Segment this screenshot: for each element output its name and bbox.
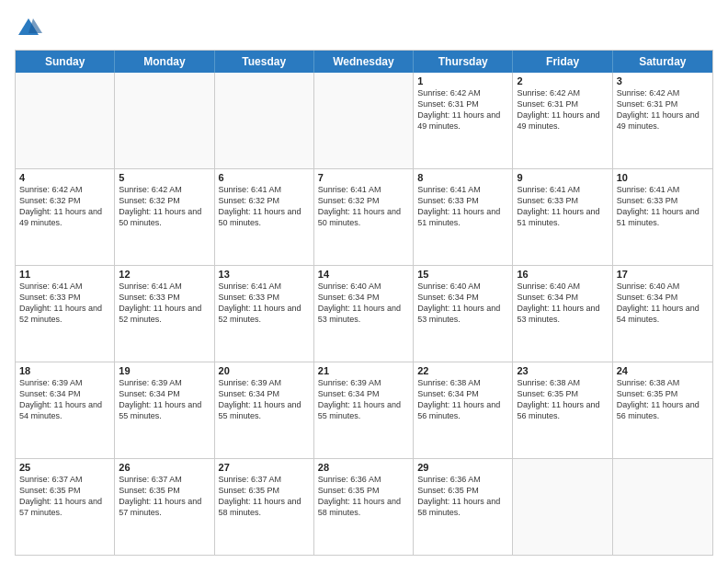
calendar-empty-cell — [314, 73, 414, 168]
day-number: 12 — [119, 269, 210, 280]
day-header-wednesday: Wednesday — [314, 51, 414, 73]
day-number: 26 — [119, 462, 210, 473]
day-info-text: Sunrise: 6:39 AM Sunset: 6:34 PM Dayligh… — [318, 377, 409, 422]
day-header-thursday: Thursday — [414, 51, 513, 73]
day-number: 9 — [517, 172, 608, 183]
calendar-empty-cell — [215, 73, 314, 168]
day-info-text: Sunrise: 6:42 AM Sunset: 6:31 PM Dayligh… — [417, 87, 508, 132]
calendar-day-19: 19Sunrise: 6:39 AM Sunset: 6:34 PM Dayli… — [115, 362, 214, 458]
day-number: 17 — [617, 269, 709, 280]
calendar-day-18: 18Sunrise: 6:39 AM Sunset: 6:34 PM Dayli… — [16, 362, 115, 458]
day-info-text: Sunrise: 6:41 AM Sunset: 6:33 PM Dayligh… — [617, 184, 709, 229]
calendar-header-row: SundayMondayTuesdayWednesdayThursdayFrid… — [16, 51, 712, 73]
day-number: 16 — [517, 269, 608, 280]
day-info-text: Sunrise: 6:41 AM Sunset: 6:33 PM Dayligh… — [219, 281, 310, 326]
day-header-friday: Friday — [513, 51, 612, 73]
page: SundayMondayTuesdayWednesdayThursdayFrid… — [0, 0, 728, 563]
day-number: 27 — [219, 462, 310, 473]
calendar-day-2: 2Sunrise: 6:42 AM Sunset: 6:31 PM Daylig… — [513, 73, 612, 168]
calendar-day-25: 25Sunrise: 6:37 AM Sunset: 6:35 PM Dayli… — [16, 459, 115, 555]
header — [15, 15, 713, 42]
day-number: 15 — [417, 269, 508, 280]
calendar-day-28: 28Sunrise: 6:36 AM Sunset: 6:35 PM Dayli… — [314, 459, 414, 555]
day-number: 10 — [617, 172, 709, 183]
calendar-day-27: 27Sunrise: 6:37 AM Sunset: 6:35 PM Dayli… — [215, 459, 314, 555]
calendar-day-10: 10Sunrise: 6:41 AM Sunset: 6:33 PM Dayli… — [613, 169, 712, 265]
day-number: 8 — [417, 172, 508, 183]
calendar-day-26: 26Sunrise: 6:37 AM Sunset: 6:35 PM Dayli… — [115, 459, 214, 555]
day-info-text: Sunrise: 6:42 AM Sunset: 6:31 PM Dayligh… — [617, 87, 709, 132]
day-info-text: Sunrise: 6:40 AM Sunset: 6:34 PM Dayligh… — [617, 281, 709, 326]
day-info-text: Sunrise: 6:41 AM Sunset: 6:32 PM Dayligh… — [318, 184, 409, 229]
day-number: 28 — [318, 462, 409, 473]
calendar-day-20: 20Sunrise: 6:39 AM Sunset: 6:34 PM Dayli… — [215, 362, 314, 458]
calendar-week-1: 1Sunrise: 6:42 AM Sunset: 6:31 PM Daylig… — [16, 73, 712, 169]
calendar-empty-cell — [513, 459, 612, 555]
calendar-week-4: 18Sunrise: 6:39 AM Sunset: 6:34 PM Dayli… — [16, 362, 712, 459]
day-info-text: Sunrise: 6:41 AM Sunset: 6:33 PM Dayligh… — [19, 281, 110, 326]
calendar-day-3: 3Sunrise: 6:42 AM Sunset: 6:31 PM Daylig… — [613, 73, 712, 168]
day-number: 21 — [318, 365, 409, 376]
day-info-text: Sunrise: 6:36 AM Sunset: 6:35 PM Dayligh… — [417, 474, 508, 519]
calendar-day-22: 22Sunrise: 6:38 AM Sunset: 6:34 PM Dayli… — [414, 362, 513, 458]
day-info-text: Sunrise: 6:41 AM Sunset: 6:33 PM Dayligh… — [119, 281, 210, 326]
day-info-text: Sunrise: 6:42 AM Sunset: 6:32 PM Dayligh… — [119, 184, 210, 229]
day-number: 24 — [617, 365, 709, 376]
calendar-day-7: 7Sunrise: 6:41 AM Sunset: 6:32 PM Daylig… — [314, 169, 414, 265]
day-number: 22 — [417, 365, 508, 376]
calendar-empty-cell — [16, 73, 115, 168]
day-number: 6 — [219, 172, 310, 183]
calendar-day-1: 1Sunrise: 6:42 AM Sunset: 6:31 PM Daylig… — [414, 73, 513, 168]
calendar-day-9: 9Sunrise: 6:41 AM Sunset: 6:33 PM Daylig… — [513, 169, 612, 265]
day-number: 4 — [19, 172, 110, 183]
day-info-text: Sunrise: 6:39 AM Sunset: 6:34 PM Dayligh… — [219, 377, 310, 422]
day-info-text: Sunrise: 6:41 AM Sunset: 6:33 PM Dayligh… — [417, 184, 508, 229]
day-number: 13 — [219, 269, 310, 280]
logo-icon — [15, 15, 42, 42]
day-info-text: Sunrise: 6:41 AM Sunset: 6:33 PM Dayligh… — [517, 184, 608, 229]
calendar-week-2: 4Sunrise: 6:42 AM Sunset: 6:32 PM Daylig… — [16, 169, 712, 266]
day-info-text: Sunrise: 6:41 AM Sunset: 6:32 PM Dayligh… — [219, 184, 310, 229]
calendar-day-24: 24Sunrise: 6:38 AM Sunset: 6:35 PM Dayli… — [613, 362, 712, 458]
calendar-day-11: 11Sunrise: 6:41 AM Sunset: 6:33 PM Dayli… — [16, 266, 115, 362]
day-info-text: Sunrise: 6:40 AM Sunset: 6:34 PM Dayligh… — [318, 281, 409, 326]
day-info-text: Sunrise: 6:38 AM Sunset: 6:35 PM Dayligh… — [617, 377, 709, 422]
day-number: 18 — [19, 365, 110, 376]
day-header-monday: Monday — [115, 51, 214, 73]
calendar-empty-cell — [115, 73, 214, 168]
calendar-day-5: 5Sunrise: 6:42 AM Sunset: 6:32 PM Daylig… — [115, 169, 214, 265]
day-info-text: Sunrise: 6:42 AM Sunset: 6:31 PM Dayligh… — [517, 87, 608, 132]
calendar-day-15: 15Sunrise: 6:40 AM Sunset: 6:34 PM Dayli… — [414, 266, 513, 362]
day-number: 5 — [119, 172, 210, 183]
calendar-day-6: 6Sunrise: 6:41 AM Sunset: 6:32 PM Daylig… — [215, 169, 314, 265]
calendar-week-5: 25Sunrise: 6:37 AM Sunset: 6:35 PM Dayli… — [16, 459, 712, 555]
calendar-day-21: 21Sunrise: 6:39 AM Sunset: 6:34 PM Dayli… — [314, 362, 414, 458]
logo — [15, 15, 46, 42]
day-header-sunday: Sunday — [16, 51, 115, 73]
day-info-text: Sunrise: 6:38 AM Sunset: 6:34 PM Dayligh… — [417, 377, 508, 422]
day-info-text: Sunrise: 6:37 AM Sunset: 6:35 PM Dayligh… — [219, 474, 310, 519]
calendar-day-12: 12Sunrise: 6:41 AM Sunset: 6:33 PM Dayli… — [115, 266, 214, 362]
calendar-day-14: 14Sunrise: 6:40 AM Sunset: 6:34 PM Dayli… — [314, 266, 414, 362]
calendar-day-4: 4Sunrise: 6:42 AM Sunset: 6:32 PM Daylig… — [16, 169, 115, 265]
day-info-text: Sunrise: 6:39 AM Sunset: 6:34 PM Dayligh… — [119, 377, 210, 422]
day-number: 2 — [517, 75, 608, 86]
day-number: 20 — [219, 365, 310, 376]
calendar-day-23: 23Sunrise: 6:38 AM Sunset: 6:35 PM Dayli… — [513, 362, 612, 458]
day-info-text: Sunrise: 6:37 AM Sunset: 6:35 PM Dayligh… — [19, 474, 110, 519]
calendar-day-17: 17Sunrise: 6:40 AM Sunset: 6:34 PM Dayli… — [613, 266, 712, 362]
calendar-week-3: 11Sunrise: 6:41 AM Sunset: 6:33 PM Dayli… — [16, 266, 712, 362]
day-info-text: Sunrise: 6:36 AM Sunset: 6:35 PM Dayligh… — [318, 474, 409, 519]
day-number: 14 — [318, 269, 409, 280]
day-header-tuesday: Tuesday — [215, 51, 314, 73]
day-number: 1 — [417, 75, 508, 86]
day-info-text: Sunrise: 6:37 AM Sunset: 6:35 PM Dayligh… — [119, 474, 210, 519]
calendar-empty-cell — [613, 459, 712, 555]
calendar: SundayMondayTuesdayWednesdayThursdayFrid… — [15, 50, 713, 556]
calendar-day-13: 13Sunrise: 6:41 AM Sunset: 6:33 PM Dayli… — [215, 266, 314, 362]
day-info-text: Sunrise: 6:38 AM Sunset: 6:35 PM Dayligh… — [517, 377, 608, 422]
day-info-text: Sunrise: 6:42 AM Sunset: 6:32 PM Dayligh… — [19, 184, 110, 229]
day-number: 3 — [617, 75, 709, 86]
calendar-day-8: 8Sunrise: 6:41 AM Sunset: 6:33 PM Daylig… — [414, 169, 513, 265]
calendar-day-16: 16Sunrise: 6:40 AM Sunset: 6:34 PM Dayli… — [513, 266, 612, 362]
